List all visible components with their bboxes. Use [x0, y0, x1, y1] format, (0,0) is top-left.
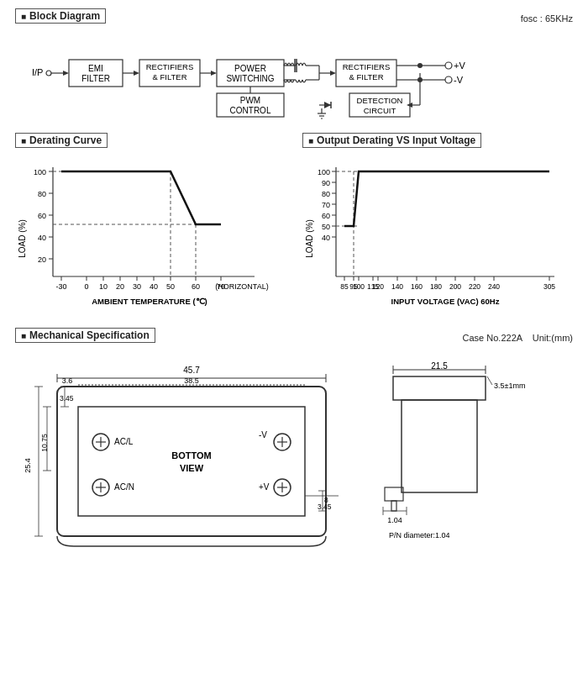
output-derating-title: Output Derating VS Input Voltage [302, 133, 481, 148]
svg-text:40: 40 [150, 282, 158, 291]
svg-text:70: 70 [322, 201, 330, 209]
svg-text:10: 10 [99, 282, 108, 291]
page: Block Diagram fosc : 65KHz I/P EMI FILTE… [0, 0, 588, 563]
svg-rect-193 [402, 400, 477, 492]
derating-curve-section: Derating Curve LOAD (%) 100 80 [15, 133, 286, 316]
svg-text:80: 80 [38, 190, 46, 198]
svg-text:VIEW: VIEW [180, 463, 204, 473]
svg-text:200: 200 [449, 282, 461, 291]
svg-text:FILTER: FILTER [81, 74, 110, 83]
svg-text:LOAD (%): LOAD (%) [18, 219, 27, 258]
svg-marker-25 [330, 71, 336, 76]
svg-text:-V: -V [259, 430, 267, 439]
svg-text:20: 20 [116, 282, 124, 291]
svg-text:0: 0 [84, 282, 88, 291]
svg-rect-146 [78, 407, 305, 516]
svg-text:90: 90 [322, 179, 330, 187]
svg-text:50: 50 [322, 223, 330, 231]
svg-text:220: 220 [469, 282, 480, 291]
svg-text:P/N diameter:1.04: P/N diameter:1.04 [389, 531, 450, 539]
derating-curve-svg: LOAD (%) 100 80 60 40 [15, 155, 276, 314]
svg-text:305: 305 [543, 282, 555, 291]
svg-text:INPUT VOLTAGE (VAC) 60Hz: INPUT VOLTAGE (VAC) 60Hz [391, 297, 500, 306]
svg-text:40: 40 [322, 234, 330, 242]
svg-text:80: 80 [322, 190, 330, 198]
svg-text:50: 50 [166, 282, 175, 291]
output-derating-section: Output Derating VS Input Voltage LOAD (%… [302, 133, 573, 316]
svg-text:3.6: 3.6 [62, 376, 73, 385]
svg-text:20: 20 [38, 255, 46, 264]
svg-text:100: 100 [318, 168, 330, 176]
svg-text:& FILTER: & FILTER [153, 72, 187, 82]
svg-text:38.5: 38.5 [184, 376, 199, 385]
mechanical-diagrams: 45.7 38.5 3.6 3.45 3.45 [15, 353, 573, 555]
svg-text:AC/L: AC/L [114, 437, 134, 446]
svg-text:SWITCHING: SWITCHING [226, 74, 274, 83]
side-view-svg: 21.5 3.5±1mm 1.04 P/N diameter:1.04 [376, 361, 528, 555]
svg-text:180: 180 [430, 282, 442, 291]
svg-point-36 [445, 76, 452, 83]
svg-text:60: 60 [322, 212, 330, 220]
svg-text:140: 140 [391, 282, 403, 291]
derating-curve-title: Derating Curve [15, 133, 108, 148]
svg-text:240: 240 [488, 282, 500, 291]
mechanical-section: Mechanical Specification Case No.222A Un… [15, 328, 573, 555]
svg-text:AC/N: AC/N [114, 482, 134, 492]
svg-text:10.75: 10.75 [40, 434, 49, 452]
svg-text:85: 85 [340, 282, 349, 291]
block-diagram-svg: I/P EMI FILTER RECTIFIERS & FILTER POWER [17, 32, 571, 124]
svg-marker-3 [63, 71, 69, 76]
svg-text:+V: +V [454, 61, 465, 71]
svg-rect-194 [385, 487, 403, 501]
svg-text:BOTTOM: BOTTOM [171, 450, 211, 461]
svg-text:& FILTER: & FILTER [349, 72, 384, 82]
svg-text:1.04: 1.04 [387, 516, 402, 524]
svg-text:3.45: 3.45 [60, 394, 74, 403]
svg-text:AMBIENT TEMPERATURE (℃): AMBIENT TEMPERATURE (℃) [92, 297, 207, 306]
bottom-view-svg: 45.7 38.5 3.6 3.45 3.45 [24, 361, 343, 555]
output-derating-svg: LOAD (%) 100 90 80 70 60 50 [302, 155, 563, 314]
svg-text:+V: +V [259, 482, 270, 492]
svg-text:EMI: EMI [88, 64, 103, 73]
derating-curve-container: LOAD (%) 100 80 60 40 [15, 155, 286, 316]
svg-text:LOAD (%): LOAD (%) [305, 219, 314, 258]
svg-marker-13 [211, 71, 217, 76]
svg-text:25.4: 25.4 [24, 458, 32, 473]
svg-text:40: 40 [38, 234, 46, 242]
svg-text:100: 100 [34, 168, 46, 176]
svg-text:RECTIFIERS: RECTIFIERS [146, 62, 193, 71]
svg-text:POWER: POWER [234, 64, 266, 73]
svg-text:-30: -30 [55, 282, 66, 291]
svg-point-1 [46, 71, 51, 76]
svg-text:160: 160 [411, 282, 423, 291]
svg-text:120: 120 [372, 282, 384, 291]
svg-line-192 [487, 376, 492, 385]
svg-text:-V: -V [454, 75, 464, 85]
svg-text:60: 60 [192, 282, 200, 291]
svg-text:8: 8 [324, 496, 328, 504]
svg-text:CIRCUIT: CIRCUIT [364, 106, 396, 115]
svg-text:DETECTION: DETECTION [357, 96, 403, 105]
svg-text:(HORIZONTAL): (HORIZONTAL) [215, 282, 268, 291]
svg-rect-195 [391, 501, 396, 511]
block-diagram-section: Block Diagram fosc : 65KHz I/P EMI FILTE… [15, 8, 573, 124]
svg-text:I/P: I/P [32, 67, 43, 77]
svg-text:PWM: PWM [240, 96, 260, 105]
charts-row: Derating Curve LOAD (%) 100 80 [15, 133, 573, 316]
svg-text:RECTIFIERS: RECTIFIERS [343, 62, 390, 71]
mechanical-title: Mechanical Specification [15, 328, 155, 343]
svg-marker-50 [324, 102, 331, 108]
svg-text:60: 60 [38, 212, 46, 220]
mechanical-info: Case No.222A Unit:(mm) [463, 333, 573, 343]
svg-text:30: 30 [133, 282, 141, 291]
svg-text:CONTROL: CONTROL [230, 106, 271, 115]
svg-text:45.7: 45.7 [183, 366, 200, 375]
svg-rect-190 [393, 376, 486, 400]
svg-marker-8 [134, 71, 139, 76]
fosc-label: fosc : 65KHz [521, 13, 573, 24]
output-derating-container: LOAD (%) 100 90 80 70 60 50 [302, 155, 573, 316]
svg-text:3.5±1mm: 3.5±1mm [494, 382, 525, 390]
svg-text:100: 100 [353, 282, 365, 291]
svg-rect-145 [57, 387, 326, 536]
svg-text:21.5: 21.5 [431, 361, 448, 371]
